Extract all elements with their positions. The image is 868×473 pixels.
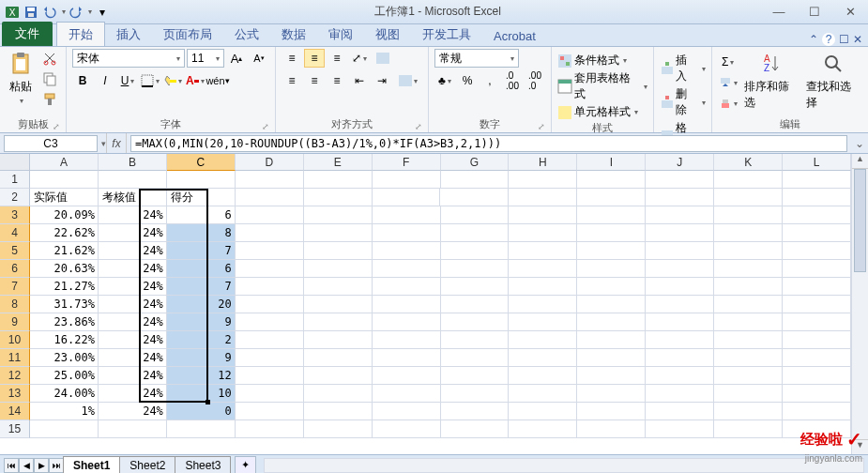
cell-E3[interactable] xyxy=(304,206,373,224)
conditional-format-button[interactable]: 条件格式▾ xyxy=(557,53,627,69)
row-header-5[interactable]: 5 xyxy=(0,242,30,260)
qat-customize-icon[interactable]: ▾ xyxy=(94,4,111,21)
cell-G12[interactable] xyxy=(441,367,510,385)
percent-button[interactable]: % xyxy=(457,71,478,90)
cell-A9[interactable]: 23.86% xyxy=(30,313,99,331)
cell-G8[interactable] xyxy=(441,296,510,313)
italic-button[interactable]: I xyxy=(95,71,115,90)
cell-B9[interactable]: 24% xyxy=(99,313,167,331)
cell-J1[interactable] xyxy=(646,171,714,189)
cell-G2[interactable] xyxy=(440,189,509,206)
cell-L3[interactable] xyxy=(783,206,851,224)
maximize-button[interactable]: ☐ xyxy=(800,4,829,21)
tab-file[interactable]: 文件 xyxy=(2,22,53,46)
cell-I5[interactable] xyxy=(577,242,646,260)
row-header-2[interactable]: 2 xyxy=(0,189,30,206)
cell-B11[interactable]: 24% xyxy=(99,349,167,367)
cell-A5[interactable]: 21.62% xyxy=(30,242,99,260)
cell-J6[interactable] xyxy=(646,260,714,278)
cell-I2[interactable] xyxy=(577,189,646,206)
align-top-button[interactable]: ≡ xyxy=(282,49,302,68)
cell-D10[interactable] xyxy=(236,331,304,349)
cell-B14[interactable]: 24% xyxy=(99,403,167,420)
name-box[interactable]: C3 xyxy=(4,135,98,152)
row-header-7[interactable]: 7 xyxy=(0,278,30,296)
cell-K12[interactable] xyxy=(714,367,783,385)
cell-E15[interactable] xyxy=(304,420,373,438)
sheet-nav-first[interactable]: ⏮ xyxy=(4,458,19,473)
clipboard-launcher[interactable]: ⤢ xyxy=(53,122,60,131)
number-launcher[interactable]: ⤢ xyxy=(538,122,545,131)
delete-cells-button[interactable]: 删除▾ xyxy=(660,86,706,118)
align-center-button[interactable]: ≡ xyxy=(304,71,325,90)
cell-G1[interactable] xyxy=(441,171,510,189)
tab-insert[interactable]: 插入 xyxy=(105,23,152,46)
expand-formula-bar[interactable]: ⌄ xyxy=(851,137,868,150)
cell-B4[interactable]: 24% xyxy=(99,224,167,242)
cell-C12[interactable]: 12 xyxy=(167,367,236,385)
cell-L13[interactable] xyxy=(783,385,851,403)
cell-I12[interactable] xyxy=(577,367,646,385)
phonetic-button[interactable]: wén▾ xyxy=(207,71,228,90)
close-button[interactable]: ✕ xyxy=(836,4,864,21)
cell-B7[interactable]: 24% xyxy=(99,278,167,296)
underline-button[interactable]: U▾ xyxy=(117,71,138,90)
cell-K14[interactable] xyxy=(714,403,783,420)
cell-L11[interactable] xyxy=(783,349,851,367)
col-header-J[interactable]: J xyxy=(646,154,714,171)
cell-G4[interactable] xyxy=(441,224,510,242)
cell-I6[interactable] xyxy=(577,260,646,278)
cell-styles-button[interactable]: 单元格样式▾ xyxy=(557,104,638,120)
cell-A3[interactable]: 20.09% xyxy=(30,206,99,224)
new-sheet-button[interactable]: ✦ xyxy=(235,456,256,473)
cell-F8[interactable] xyxy=(373,296,441,313)
cell-J4[interactable] xyxy=(646,224,714,242)
spreadsheet-grid[interactable]: ABCDEFGHIJKL 123456789101112131415 实际值考核… xyxy=(0,154,868,454)
cell-F10[interactable] xyxy=(373,331,441,349)
cell-K5[interactable] xyxy=(714,242,783,260)
cell-J9[interactable] xyxy=(646,313,714,331)
row-header-4[interactable]: 4 xyxy=(0,224,30,242)
cell-B1[interactable] xyxy=(99,171,167,189)
cell-A15[interactable] xyxy=(30,420,99,438)
redo-dropdown[interactable]: ▾ xyxy=(88,8,92,16)
cell-E2[interactable] xyxy=(304,189,373,206)
cell-H6[interactable] xyxy=(509,260,577,278)
cell-E12[interactable] xyxy=(304,367,373,385)
font-size-combo[interactable]: 11▾ xyxy=(187,49,224,68)
cell-D6[interactable] xyxy=(236,260,304,278)
cell-J7[interactable] xyxy=(646,278,714,296)
cell-E11[interactable] xyxy=(304,349,373,367)
cell-A2[interactable]: 实际值 xyxy=(30,189,99,206)
cell-L4[interactable] xyxy=(783,224,851,242)
cells-area[interactable]: 实际值考核值得分20.09%24%622.62%24%821.62%24%720… xyxy=(30,171,851,454)
cell-A8[interactable]: 31.73% xyxy=(30,296,99,313)
cut-button[interactable] xyxy=(39,49,60,68)
cell-E1[interactable] xyxy=(304,171,373,189)
cell-D1[interactable] xyxy=(236,171,304,189)
sheet-nav-prev[interactable]: ◀ xyxy=(19,458,34,473)
paste-button[interactable]: 粘贴 ▾ xyxy=(6,49,36,107)
cell-H10[interactable] xyxy=(509,331,577,349)
cell-G15[interactable] xyxy=(441,420,510,438)
cell-A11[interactable]: 23.00% xyxy=(30,349,99,367)
increase-font-button[interactable]: A▴ xyxy=(226,49,247,68)
cell-J12[interactable] xyxy=(646,367,714,385)
row-header-10[interactable]: 10 xyxy=(0,331,30,349)
cell-G14[interactable] xyxy=(441,403,510,420)
cell-C11[interactable]: 9 xyxy=(167,349,236,367)
cell-F14[interactable] xyxy=(373,403,441,420)
minimize-button[interactable]: — xyxy=(765,4,793,21)
cell-B3[interactable]: 24% xyxy=(99,206,167,224)
sheet-tab-3[interactable]: Sheet3 xyxy=(175,456,231,473)
cell-F3[interactable] xyxy=(373,206,441,224)
cell-C2[interactable]: 得分 xyxy=(167,189,236,206)
align-bottom-button[interactable]: ≡ xyxy=(327,49,347,68)
col-header-G[interactable]: G xyxy=(441,154,510,171)
cell-K8[interactable] xyxy=(714,296,783,313)
cell-A7[interactable]: 21.27% xyxy=(30,278,99,296)
cell-C5[interactable]: 7 xyxy=(167,242,236,260)
autosum-button[interactable]: Σ▾ xyxy=(718,53,739,71)
cell-D4[interactable] xyxy=(236,224,304,242)
comma-button[interactable]: , xyxy=(480,71,500,90)
